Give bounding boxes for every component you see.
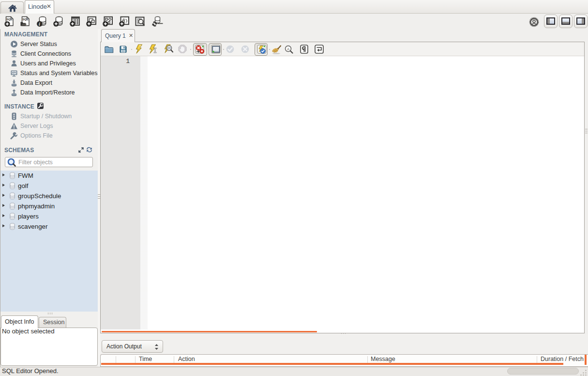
svg-text:i: i [39,22,40,27]
svg-text:A: A [287,47,290,51]
svg-text:SQL: SQL [6,17,13,21]
svg-text:SQL: SQL [22,17,29,21]
